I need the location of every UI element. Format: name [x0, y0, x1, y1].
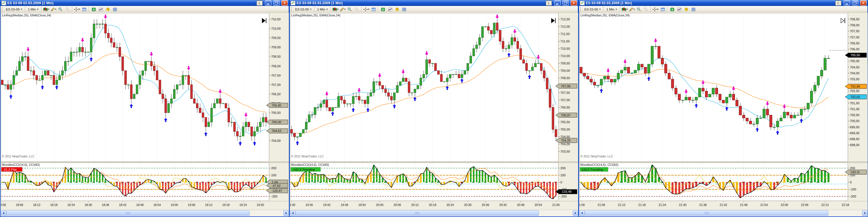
- zoom-out-button[interactable]: [643, 6, 649, 12]
- indicators-button[interactable]: [387, 6, 393, 12]
- svg-text:19:30: 19:30: [290, 203, 295, 207]
- restore-button[interactable]: [562, 0, 569, 6]
- chart-style-button[interactable]: [333, 6, 339, 12]
- cursor-button[interactable]: [363, 6, 369, 12]
- minimize-button[interactable]: [265, 0, 272, 6]
- chart-trader-button[interactable]: $: [91, 6, 97, 12]
- drawing-tools-button[interactable]: [340, 6, 346, 12]
- chart-canvas[interactable]: 19:3019:3619:4219:4819:5420:0020:0620:12…: [290, 13, 578, 217]
- window-titlebar[interactable]: ES 03-09 02.03.2009 (1 Min) L ✕: [290, 0, 578, 6]
- zoom-out-button[interactable]: [354, 6, 360, 12]
- interval-link-button[interactable]: L: [546, 1, 552, 6]
- indicators-button[interactable]: [676, 6, 682, 12]
- svg-text:21:18: 21:18: [638, 203, 646, 207]
- svg-text:704,50: 704,50: [850, 66, 860, 69]
- chart-style-button[interactable]: [43, 6, 50, 12]
- drawing-tools-button[interactable]: [50, 6, 57, 12]
- svg-text:710,50: 710,50: [271, 18, 281, 21]
- grid-button[interactable]: [112, 6, 118, 12]
- scrollbar-thumb[interactable]: [296, 211, 539, 216]
- close-button[interactable]: ✕: [860, 0, 867, 6]
- svg-text:712,00: 712,00: [560, 25, 570, 28]
- scroll-left-button[interactable]: [290, 211, 296, 216]
- copyright-label: © 2011 NinjaTrader, LLC: [2, 155, 35, 158]
- drawing-tools-button[interactable]: [629, 6, 635, 12]
- svg-text:20:06: 20:06: [394, 203, 401, 207]
- svg-text:143,6 Trending: 143,6 Trending: [581, 168, 603, 171]
- instrument-selector[interactable]: ES 03-09: [583, 7, 602, 11]
- svg-text:21:24: 21:24: [659, 203, 666, 207]
- chart-svg[interactable]: 18:0018:0618:1218:1818:2418:3018:3618:42…: [1, 13, 289, 216]
- price-panel[interactable]: [290, 13, 558, 162]
- interval-selector[interactable]: 1 Min: [27, 7, 40, 11]
- chart-style-button[interactable]: [622, 6, 628, 12]
- interval-link-button[interactable]: L: [256, 1, 263, 6]
- close-button[interactable]: ✕: [281, 0, 288, 6]
- instrument-selector[interactable]: ES 03-09: [294, 7, 313, 11]
- window-titlebar[interactable]: ES 03-09 02.03.2009 (1 Min) L ✕: [579, 0, 867, 6]
- chevron-down-icon: [55, 9, 57, 10]
- cci-value-tags: -133,48: [556, 189, 577, 194]
- alerts-button[interactable]: [394, 6, 400, 12]
- minimize-button[interactable]: [844, 0, 850, 6]
- toolbar-grip[interactable]: [580, 7, 582, 11]
- data-box-button[interactable]: [370, 6, 376, 12]
- zoom-in-button[interactable]: [57, 6, 64, 12]
- cursor-button[interactable]: [652, 6, 659, 12]
- scrollbar-thumb[interactable]: [6, 211, 249, 216]
- grid-icon: [113, 8, 117, 11]
- svg-text:100: 100: [560, 174, 565, 177]
- svg-text:705,50: 705,50: [560, 120, 570, 124]
- minimize-button[interactable]: [554, 0, 561, 6]
- toolbar-grip[interactable]: [291, 7, 292, 11]
- grid-button[interactable]: [401, 6, 407, 12]
- window-titlebar[interactable]: ES 03-09 02.03.2009 (1 Min) L ✕: [1, 0, 289, 6]
- cursor-button[interactable]: [74, 6, 80, 12]
- cursor-icon: [363, 7, 368, 11]
- panel-splitter[interactable]: [290, 162, 578, 163]
- cci-status-badge: -142,9 Trending: [291, 167, 320, 172]
- alerts-button[interactable]: [683, 6, 689, 12]
- chevron-down-icon: [326, 9, 328, 10]
- chart-svg[interactable]: 21:0021:0621:1221:1821:2421:3021:3621:42…: [579, 13, 868, 216]
- scroll-left-button[interactable]: [1, 211, 6, 216]
- zoom-in-button[interactable]: [636, 6, 642, 12]
- scroll-left-button[interactable]: [580, 211, 585, 216]
- cci-panel[interactable]: [1, 163, 269, 200]
- chart-svg[interactable]: 19:3019:3619:4219:4819:5420:0020:0620:12…: [290, 13, 578, 216]
- scrollbar-thumb[interactable]: [585, 211, 828, 216]
- close-button[interactable]: ✕: [570, 0, 577, 6]
- chart-canvas[interactable]: 21:0021:0621:1221:1821:2421:3021:3621:42…: [579, 13, 868, 217]
- grid-icon: [402, 8, 406, 11]
- chart-toolbar: ES 03-09 1 Min: [290, 6, 578, 13]
- price-panel[interactable]: [580, 13, 848, 162]
- svg-text:708,50: 708,50: [271, 55, 281, 58]
- scroll-right-button[interactable]: [573, 211, 578, 216]
- grid-button[interactable]: [690, 6, 696, 12]
- data-box-icon: [661, 8, 665, 11]
- data-box-button[interactable]: [659, 6, 666, 12]
- chart-canvas[interactable]: 18:0018:0618:1218:1818:2418:3018:3618:42…: [1, 13, 289, 217]
- data-box-button[interactable]: [81, 6, 87, 12]
- scroll-right-button[interactable]: [284, 211, 289, 216]
- scroll-right-button[interactable]: [862, 211, 867, 216]
- price-panel[interactable]: [1, 13, 269, 162]
- instrument-selector[interactable]: ES 03-09: [5, 7, 24, 11]
- zoom-out-button[interactable]: [64, 6, 71, 12]
- restore-button[interactable]: [852, 0, 858, 6]
- chart-trader-button[interactable]: $: [669, 6, 675, 12]
- panel-splitter[interactable]: [579, 162, 868, 163]
- zoom-in-button[interactable]: [347, 6, 353, 12]
- svg-text:18:12: 18:12: [33, 203, 40, 207]
- interval-selector[interactable]: 1 Min: [316, 7, 329, 11]
- interval-selector[interactable]: 1 Min: [605, 7, 618, 11]
- panel-splitter[interactable]: [1, 162, 289, 163]
- indicators-button[interactable]: [98, 6, 104, 12]
- alerts-button[interactable]: [105, 6, 111, 12]
- interval-link-button[interactable]: L: [835, 1, 841, 6]
- restore-button[interactable]: [273, 0, 280, 6]
- svg-text:-119,47: -119,47: [272, 189, 282, 192]
- svg-text:$: $: [93, 8, 95, 11]
- toolbar-grip[interactable]: [2, 7, 3, 11]
- chart-trader-button[interactable]: $: [380, 6, 386, 12]
